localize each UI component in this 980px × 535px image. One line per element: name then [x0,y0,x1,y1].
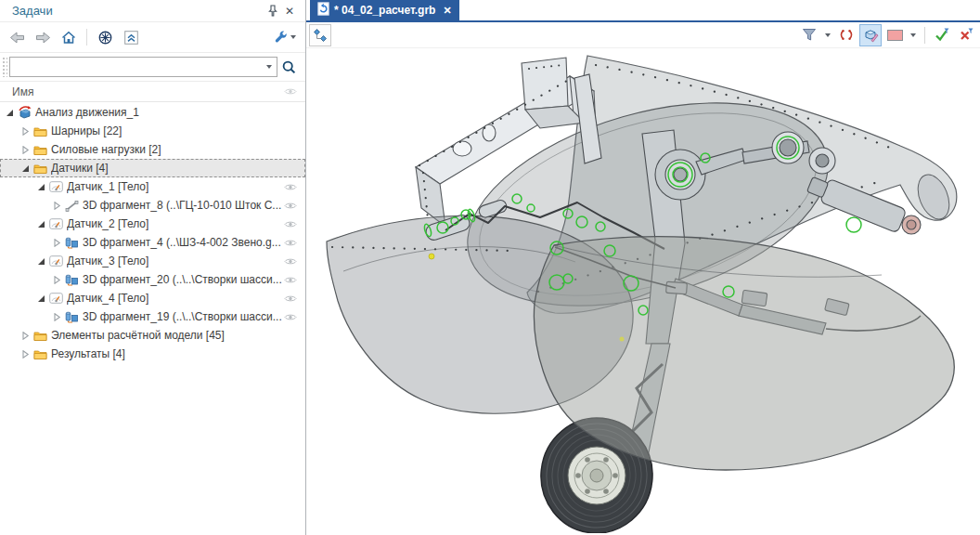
tab-strip: * 04_02_расчет.grb ✕ [306,0,980,22]
tree-item-label: Анализ движения_1 [35,106,139,119]
tree-item-label: 3D фрагмент_20 (..\..\Створки шасси... [83,273,282,286]
tree-item[interactable]: Датчик_4 [Тело] [0,289,305,307]
fragment-solid-icon [63,311,81,323]
collapse-toggle-icon[interactable] [35,183,47,191]
tree-item-label: Шарниры [22] [51,124,122,137]
viewport-toolbar [306,22,980,48]
collapse-toggle-icon[interactable] [19,164,32,173]
viewport-toolbar-right [798,24,977,46]
home-button[interactable] [58,26,80,48]
panel-header: Задачи ✕ [0,0,305,22]
collapse-toggle-icon[interactable] [35,257,47,266]
tree-item[interactable]: 3D фрагмент_8 (..\ГЦ-10-010 Шток С... [0,196,305,215]
sensor-icon [47,218,65,229]
cancel-filter-button[interactable] [955,24,977,46]
expand-toggle-icon[interactable] [51,202,63,210]
folder-icon [32,125,49,137]
search-icon[interactable] [277,60,300,74]
visibility-eye-icon[interactable] [284,220,297,228]
tree-item-label: Датчик_4 [Тело] [67,292,148,305]
fragment-solid-icon [63,274,81,286]
viewport-toolbar-left [309,24,331,46]
tree-item-label: Датчики [4] [51,162,109,175]
column-eye-icon [284,87,297,96]
tree-item[interactable]: Результаты [4] [0,345,305,363]
tree-item-label: Датчик_1 [Тело] [67,180,148,193]
expand-toggle-icon[interactable] [19,332,32,340]
name-column-label: Имя [12,85,33,98]
forward-button[interactable] [32,26,54,48]
selection-filter-button[interactable] [798,24,820,46]
swatch-dropdown-icon[interactable] [908,33,919,37]
visibility-eye-icon[interactable] [284,202,297,210]
target-button[interactable] [94,26,116,48]
panel-toolbar [0,22,305,53]
tree-item[interactable]: 3D фрагмент_4 (..\ШЗ-4-002 Звено.g... [0,233,305,252]
color-swatch-button[interactable] [883,24,906,46]
folder-icon [32,348,49,360]
3d-viewport[interactable] [306,48,980,535]
toolbar-separator [924,27,925,44]
tree-item[interactable]: Силовые нагрузки [2] [0,140,305,159]
settings-wrench-button[interactable] [270,26,300,48]
expand-toggle-icon[interactable] [19,146,32,154]
visibility-eye-icon[interactable] [284,239,297,247]
fragment-solid-icon [63,237,81,249]
visibility-eye-icon[interactable] [284,257,297,266]
tree-item-label: 3D фрагмент_19 (..\..\Створки шасси... [83,310,282,323]
tree-column-header[interactable]: Имя [0,82,305,102]
back-button[interactable] [6,26,28,48]
collapse-toggle-icon[interactable] [4,109,16,117]
tree-item[interactable]: 3D фрагмент_20 (..\..\Створки шасси... [0,270,305,289]
pin-icon[interactable] [264,3,281,20]
collapse-all-button[interactable] [120,26,142,48]
expand-toggle-icon[interactable] [51,313,63,321]
chevron-down-icon [290,35,296,39]
search-dropdown-icon[interactable] [262,65,277,69]
motion-analysis-icon [16,106,33,119]
drag-grip[interactable] [2,57,7,77]
document-area: * 04_02_расчет.grb ✕ [306,0,980,535]
tree-item-label: Результаты [4] [51,347,125,360]
visibility-eye-icon[interactable] [284,276,297,284]
task-tree: Анализ движения_1Шарниры [22]Силовые наг… [0,102,305,535]
expand-toggle-icon[interactable] [19,350,32,359]
folder-icon [32,144,49,156]
edit-selection-button[interactable] [859,24,882,46]
model-structure-button[interactable] [309,24,331,46]
tab-close-icon[interactable]: ✕ [443,5,451,17]
tree-item[interactable]: Датчик_3 [Тело] [0,252,305,270]
visibility-eye-icon[interactable] [284,183,297,191]
tree-item[interactable]: Датчик_2 [Тело] [0,215,305,233]
tasks-panel: Задачи ✕ [0,0,306,535]
collapse-toggle-icon[interactable] [35,220,47,228]
visibility-eye-icon[interactable] [284,313,297,321]
apply-filter-button[interactable] [931,24,953,46]
expand-toggle-icon[interactable] [51,239,63,247]
search-box [9,57,277,77]
document-tab[interactable]: * 04_02_расчет.grb ✕ [310,0,459,20]
expand-toggle-icon[interactable] [51,276,63,284]
close-icon[interactable]: ✕ [281,3,298,20]
search-input[interactable] [10,59,262,75]
tree-item-label: Датчик_2 [Тело] [67,217,148,230]
toolbar-separator [86,29,87,46]
visibility-eye-icon[interactable] [284,294,297,303]
tree-item[interactable]: 3D фрагмент_19 (..\..\Створки шасси... [0,307,305,326]
tree-item[interactable]: Датчик_1 [Тело] [0,177,305,196]
tree-item-label: Элементы расчётной модели [45] [51,329,225,342]
expand-toggle-icon[interactable] [19,127,32,136]
tree-item[interactable]: Датчики [4] [0,159,305,177]
sensor-icon [47,255,65,267]
folder-icon [32,163,49,175]
tree-item[interactable]: Элементы расчётной модели [45] [0,326,305,345]
tree-item[interactable]: Шарниры [22] [0,122,305,140]
collapse-toggle-icon[interactable] [35,294,47,303]
sensor-icon [47,181,65,192]
tree-item[interactable]: Анализ движения_1 [0,103,305,122]
folder-icon [32,330,49,342]
tree-item-label: 3D фрагмент_8 (..\ГЦ-10-010 Шток С... [83,199,281,212]
select-arcs-button[interactable] [835,24,858,46]
filter-dropdown-icon[interactable] [822,33,833,37]
app-window: Задачи ✕ [0,0,980,535]
